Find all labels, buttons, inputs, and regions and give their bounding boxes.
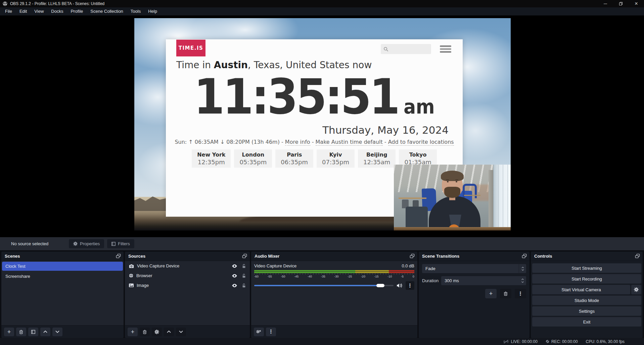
rec-status: REC: 00:00:00 — [546, 339, 578, 344]
move-source-up-button[interactable] — [164, 328, 174, 336]
remove-scene-button[interactable] — [16, 328, 26, 336]
studio-mode-button[interactable]: Studio Mode — [532, 296, 641, 305]
scenes-list: Clock Test Screenshare — [1, 261, 124, 325]
spinner-carets-icon[interactable] — [519, 278, 526, 283]
office-table — [399, 198, 427, 199]
person-eyebrow — [446, 179, 449, 180]
more-info-link: More info — [285, 139, 310, 146]
city-box: Kyiv07:35pm — [317, 149, 355, 168]
menu-help[interactable]: Help — [144, 7, 161, 15]
timeis-logo: TIME.IS — [176, 40, 205, 56]
settings-button[interactable]: Settings — [532, 306, 641, 316]
advanced-audio-button[interactable] — [254, 328, 264, 336]
meter-minor-ticks — [254, 273, 414, 274]
globe-icon — [129, 273, 133, 278]
properties-button[interactable]: Properties — [69, 239, 104, 248]
popout-icon[interactable] — [242, 254, 247, 259]
window-title: OBS 29.1.2 - Profile: LLHLS BETA - Scene… — [10, 1, 104, 6]
close-button[interactable]: × — [629, 0, 644, 7]
menu-scene-collection[interactable]: Scene Collection — [87, 7, 127, 15]
lock-icon[interactable] — [242, 273, 246, 278]
visibility-eye-icon[interactable] — [232, 284, 237, 288]
minimize-button[interactable]: ─ — [598, 0, 613, 7]
popout-icon[interactable] — [635, 254, 640, 259]
transition-select[interactable]: Fade — [422, 264, 526, 273]
volume-slider[interactable] — [254, 285, 394, 286]
meter-scale: -60-55-50-45-40-35-30-25-20-15-10-50 — [254, 275, 414, 278]
add-favorite-link: Add to favorite locations — [388, 139, 454, 146]
search-icon — [383, 47, 388, 52]
visibility-eye-icon[interactable] — [232, 264, 237, 268]
filters-button[interactable]: Filters — [107, 239, 134, 248]
cpu-fps-status: CPU: 0.6%, 30.00 fps — [586, 339, 625, 344]
sun-info-line: Sun: ↑ 06:35AM ↓ 08:20PM (13h 46m) - Mor… — [166, 139, 463, 145]
channel-options-button[interactable]: ⋮ — [406, 281, 414, 290]
mixer-channel: Video Capture Device 0.0 dB -60-55-50-45… — [251, 261, 417, 325]
visibility-eye-icon[interactable] — [232, 274, 237, 278]
person-beard — [444, 187, 461, 198]
move-scene-up-button[interactable] — [40, 328, 50, 336]
person-eye — [447, 181, 449, 182]
move-source-down-button[interactable] — [176, 328, 186, 336]
scene-item-clock-test[interactable]: Clock Test — [2, 262, 123, 271]
speaker-icon[interactable] — [397, 283, 403, 288]
selection-status: No source selected — [11, 241, 69, 246]
clock-time: 11:35:51 — [194, 68, 398, 125]
move-scene-down-button[interactable] — [52, 328, 62, 336]
start-recording-button[interactable]: Start Recording — [532, 274, 641, 284]
scene-transitions-panel: Scene Transitions Fade Duration 300 ms + — [419, 252, 530, 338]
sources-panel: Sources Video Capture Device Browser Ima… — [125, 252, 250, 338]
sources-toolbar: + — [125, 325, 250, 338]
popout-icon[interactable] — [410, 254, 415, 259]
scene-filters-button[interactable] — [28, 328, 38, 336]
remove-source-button[interactable] — [140, 328, 150, 336]
popout-icon[interactable] — [116, 254, 121, 259]
virtual-camera-settings-button[interactable] — [631, 285, 641, 294]
audio-mixer-header: Audio Mixer — [251, 252, 417, 261]
controls-header: Controls — [531, 252, 643, 261]
clock-display: 11:35:51am — [166, 68, 463, 125]
menu-view[interactable]: View — [31, 7, 47, 15]
duration-spinner[interactable]: 300 ms — [441, 276, 526, 285]
lock-icon[interactable] — [242, 264, 246, 268]
hamburger-menu-icon — [440, 45, 451, 54]
menu-docks[interactable]: Docks — [47, 7, 67, 15]
add-transition-button[interactable]: + — [485, 289, 497, 298]
transitions-header: Scene Transitions — [419, 252, 530, 261]
sources-panel-header: Sources — [125, 252, 250, 261]
scenes-panel: Scenes Clock Test Screenshare + — [1, 252, 124, 338]
menu-edit[interactable]: Edit — [16, 7, 31, 15]
window-controls: ─ × — [598, 0, 644, 7]
start-virtual-camera-button[interactable]: Start Virtual Camera — [532, 285, 630, 294]
video-preview[interactable]: TIME.IS Time in Austin, Texas, United St… — [134, 18, 511, 230]
city-box: New York12:35pm — [192, 149, 231, 168]
person-eyebrow — [455, 179, 458, 180]
add-source-button[interactable]: + — [128, 328, 138, 336]
city-box: London05:35pm — [234, 149, 272, 168]
source-item-image[interactable]: Image — [125, 281, 250, 290]
mixer-level-db: 0.0 dB — [402, 263, 414, 268]
menu-tools[interactable]: Tools — [127, 7, 144, 15]
popout-icon[interactable] — [522, 254, 527, 259]
record-off-icon — [546, 340, 549, 343]
desk-edge — [394, 227, 511, 230]
camera-icon — [129, 264, 134, 268]
remove-transition-button[interactable] — [500, 289, 511, 298]
transition-options-button[interactable]: ⋮ — [515, 289, 526, 298]
duration-label: Duration — [422, 278, 439, 283]
menu-profile[interactable]: Profile — [67, 7, 87, 15]
start-streaming-button[interactable]: Start Streaming — [532, 263, 641, 273]
menu-file[interactable]: File — [1, 7, 16, 15]
scene-item-screenshare[interactable]: Screenshare — [1, 271, 124, 281]
volume-meter — [254, 270, 414, 273]
source-properties-button[interactable] — [152, 328, 162, 336]
lock-icon[interactable] — [242, 283, 246, 288]
source-item-browser[interactable]: Browser — [125, 271, 250, 281]
volume-slider-handle[interactable] — [376, 284, 384, 287]
restore-button[interactable] — [613, 0, 629, 7]
mixer-options-button[interactable]: ⋮ — [266, 328, 276, 336]
exit-button[interactable]: Exit — [532, 317, 641, 327]
add-scene-button[interactable]: + — [4, 328, 14, 336]
source-item-video-capture[interactable]: Video Capture Device — [125, 261, 250, 271]
menu-bar: File Edit View Docks Profile Scene Colle… — [0, 7, 644, 15]
